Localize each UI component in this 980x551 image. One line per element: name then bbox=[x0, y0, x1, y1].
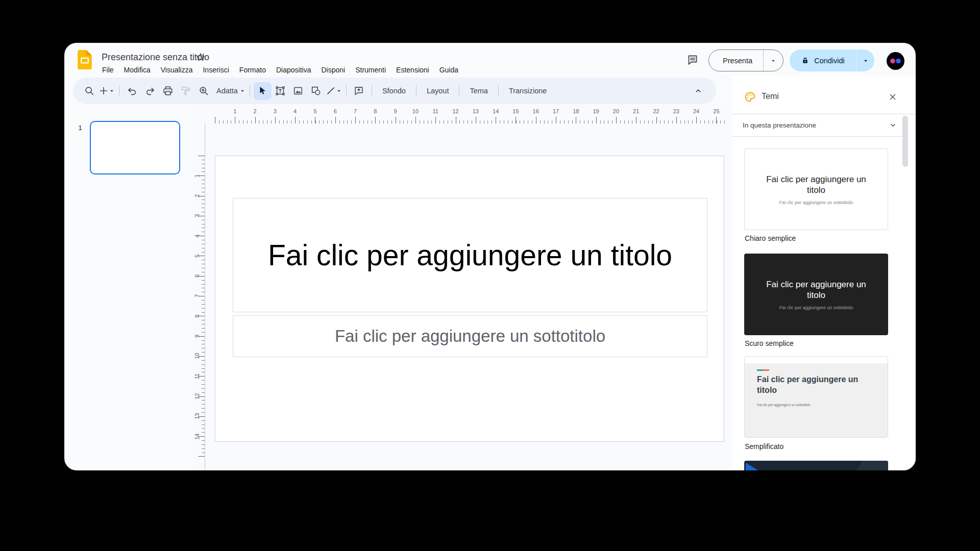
theme-preview-subtitle: Fai clic per aggiungere un sottotitolo bbox=[757, 403, 810, 407]
paint-format-button[interactable] bbox=[177, 82, 194, 100]
close-panel-button[interactable] bbox=[886, 90, 899, 104]
v-ruler-num-6: 6 bbox=[187, 272, 207, 280]
theme-button[interactable]: Tema bbox=[463, 84, 494, 98]
h-ruler-num-1: 1 bbox=[225, 108, 245, 114]
toolbar-divider bbox=[250, 85, 250, 96]
h-ruler-num-25: 25 bbox=[706, 108, 726, 114]
insert-shape-button[interactable] bbox=[307, 82, 325, 100]
theme-preview-triangle bbox=[746, 463, 786, 470]
star-icon[interactable] bbox=[195, 52, 206, 63]
menu-item-modifica[interactable]: Modifica bbox=[119, 64, 156, 76]
document-title[interactable]: Presentazione senza titolo bbox=[102, 51, 209, 63]
collapse-toolbar-button[interactable] bbox=[689, 82, 707, 100]
insert-line-caret-icon[interactable] bbox=[335, 87, 342, 94]
h-ruler-num-5: 5 bbox=[305, 108, 325, 114]
undo-button[interactable] bbox=[123, 82, 141, 100]
text-box-tool-button[interactable] bbox=[272, 82, 289, 100]
new-slide-caret-icon[interactable] bbox=[108, 87, 115, 94]
panel-scrollbar[interactable] bbox=[902, 116, 908, 167]
toolbar-divider bbox=[346, 85, 347, 96]
theme-preview-diagonal bbox=[808, 461, 888, 470]
menu-item-estensioni[interactable]: Estensioni bbox=[391, 64, 434, 76]
transition-button[interactable]: Transizione bbox=[502, 84, 553, 98]
h-ruler-num-11: 11 bbox=[426, 108, 446, 114]
layout-button[interactable]: Layout bbox=[420, 84, 456, 98]
slide-thumbnail[interactable] bbox=[90, 121, 180, 174]
print-button[interactable] bbox=[159, 82, 177, 100]
in-this-presentation-dropdown[interactable]: In questa presentazione bbox=[732, 114, 908, 137]
h-ruler-num-23: 23 bbox=[666, 108, 686, 114]
vertical-ruler: 1234567891011121314 bbox=[193, 123, 205, 470]
toolbar-divider bbox=[416, 85, 416, 96]
zoom-in-icon[interactable] bbox=[194, 82, 212, 100]
present-button[interactable]: Presenta bbox=[708, 49, 783, 71]
theme-preview-subtitle: Fai clic per aggiungere un sottotitolo bbox=[779, 305, 853, 310]
title-placeholder-text: Fai clic per aggiungere un titolo bbox=[268, 237, 672, 273]
zoom-mode-select[interactable]: Adatta bbox=[212, 87, 246, 95]
h-ruler-num-10: 10 bbox=[405, 108, 425, 114]
toolbar-divider bbox=[459, 85, 459, 96]
vertical-ruler-numbers: 1234567891011121314 bbox=[193, 156, 201, 446]
zoom-mode-caret-icon bbox=[239, 87, 246, 94]
menu-item-diapositiva[interactable]: Diapositiva bbox=[271, 64, 316, 76]
add-comment-button[interactable] bbox=[350, 82, 368, 100]
zoom-mode-label: Adatta bbox=[212, 87, 240, 95]
menu-item-formato[interactable]: Formato bbox=[234, 64, 271, 76]
v-ruler-num-10: 10 bbox=[187, 352, 207, 360]
menu-item-guida[interactable]: Guida bbox=[434, 64, 463, 76]
app-window: Presentazione senza titolo FileModificaV… bbox=[64, 43, 916, 470]
v-ruler-num-8: 8 bbox=[187, 312, 207, 320]
share-button-main[interactable]: Condividi bbox=[790, 49, 856, 71]
h-ruler-num-2: 2 bbox=[245, 108, 265, 114]
v-ruler-num-7: 7 bbox=[187, 292, 207, 300]
slide-canvas[interactable]: Fai clic per aggiungere un titolo Fai cl… bbox=[215, 156, 724, 442]
theme-card-scuro-semplice[interactable]: Fai clic per aggiungere un titolo Fai cl… bbox=[744, 254, 888, 335]
theme-name: Semplificato bbox=[745, 442, 783, 450]
v-ruler-num-5: 5 bbox=[187, 252, 207, 260]
subtitle-placeholder-box[interactable]: Fai clic per aggiungere un sottotitolo bbox=[233, 315, 707, 357]
share-button[interactable]: Condividi bbox=[790, 49, 874, 71]
h-ruler-num-13: 13 bbox=[465, 108, 485, 114]
theme-preview-title: Fai clic per aggiungere un titolo bbox=[757, 374, 874, 395]
theme-card-chiaro-semplice[interactable]: Fai clic per aggiungere un titolo Fai cl… bbox=[744, 148, 888, 230]
h-ruler-num-9: 9 bbox=[385, 108, 405, 114]
title-placeholder-box[interactable]: Fai clic per aggiungere un titolo bbox=[233, 198, 707, 312]
h-ruler-num-12: 12 bbox=[446, 108, 465, 114]
chevron-down-icon bbox=[889, 121, 897, 130]
theme-card-semplificato[interactable]: Fai clic per aggiungere un titolo Fai cl… bbox=[744, 356, 888, 438]
menu-item-inserisci[interactable]: Inserisci bbox=[198, 64, 234, 76]
theme-name: Scuro semplice bbox=[745, 339, 794, 347]
theme-card-partial[interactable] bbox=[744, 461, 888, 470]
lock-icon bbox=[801, 56, 810, 65]
h-ruler-num-20: 20 bbox=[606, 108, 626, 114]
menu-item-file[interactable]: File bbox=[97, 64, 119, 76]
redo-button[interactable] bbox=[141, 82, 159, 100]
search-menus-icon[interactable] bbox=[80, 82, 98, 100]
h-ruler-num-22: 22 bbox=[646, 108, 666, 114]
v-ruler-num-1: 1 bbox=[187, 171, 207, 180]
menu-item-strumenti[interactable]: Strumenti bbox=[350, 64, 391, 76]
comment-history-icon[interactable] bbox=[685, 52, 700, 67]
v-ruler-num-13: 13 bbox=[187, 412, 207, 420]
insert-image-button[interactable] bbox=[289, 82, 307, 100]
v-ruler-num-9: 9 bbox=[187, 332, 207, 340]
menu-bar: FileModificaVisualizzaInserisciFormatoDi… bbox=[97, 64, 463, 76]
insert-line-button[interactable] bbox=[325, 85, 342, 96]
slides-logo-icon[interactable] bbox=[78, 50, 92, 69]
v-ruler-num-3: 3 bbox=[187, 212, 207, 220]
filmstrip: 1 bbox=[64, 104, 193, 470]
background-button[interactable]: Sfondo bbox=[376, 84, 412, 98]
select-tool-button[interactable] bbox=[254, 82, 272, 100]
menu-item-visualizza[interactable]: Visualizza bbox=[156, 64, 198, 76]
h-ruler-num-4: 4 bbox=[285, 108, 305, 114]
user-avatar[interactable] bbox=[887, 52, 904, 70]
h-ruler-num-3: 3 bbox=[265, 108, 285, 114]
share-options-caret[interactable] bbox=[856, 49, 874, 71]
h-ruler-num-21: 21 bbox=[626, 108, 646, 114]
new-slide-button[interactable] bbox=[98, 85, 115, 96]
present-options-caret[interactable] bbox=[763, 50, 783, 71]
menu-item-disponi[interactable]: Disponi bbox=[316, 64, 350, 76]
theme-preview-title: Fai clic per aggiungere un titolo bbox=[760, 174, 872, 195]
v-ruler-num-4: 4 bbox=[187, 232, 207, 240]
canvas-area: 1234567891011121314151617181920212223242… bbox=[193, 104, 732, 470]
